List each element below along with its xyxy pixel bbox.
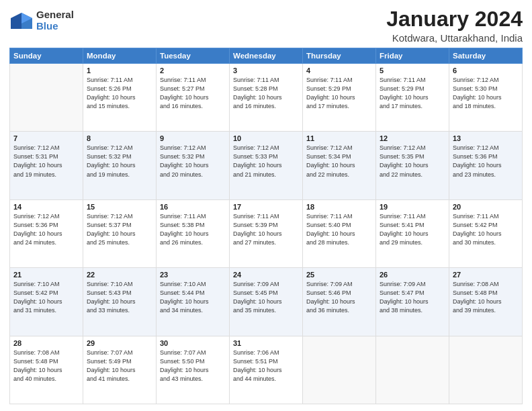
- cell-content: Sunrise: 7:11 AMSunset: 5:40 PMDaylight:…: [306, 212, 372, 247]
- day-number: 7: [13, 134, 79, 142]
- calendar-cell: 8Sunrise: 7:12 AMSunset: 5:32 PMDaylight…: [83, 132, 157, 199]
- title-block: January 2024 Kotdwara, Uttarakhand, Indi…: [386, 7, 523, 44]
- calendar-cell: 30Sunrise: 7:07 AMSunset: 5:50 PMDayligh…: [157, 336, 230, 404]
- calendar-cell: 16Sunrise: 7:11 AMSunset: 5:38 PMDayligh…: [157, 199, 230, 267]
- day-header-monday: Monday: [83, 48, 157, 64]
- header: General Blue January 2024 Kotdwara, Utta…: [9, 7, 523, 44]
- cell-content: Sunrise: 7:11 AMSunset: 5:29 PMDaylight:…: [306, 76, 372, 111]
- week-row-4: 21Sunrise: 7:10 AMSunset: 5:42 PMDayligh…: [10, 268, 523, 336]
- day-header-saturday: Saturday: [449, 48, 523, 64]
- cell-content: Sunrise: 7:12 AMSunset: 5:35 PMDaylight:…: [380, 144, 445, 179]
- day-number: 29: [87, 339, 152, 347]
- calendar-cell: 1Sunrise: 7:11 AMSunset: 5:26 PMDaylight…: [83, 64, 157, 132]
- calendar-cell: 26Sunrise: 7:09 AMSunset: 5:47 PMDayligh…: [376, 268, 449, 336]
- main-title: January 2024: [386, 7, 523, 32]
- day-number: 16: [160, 203, 226, 211]
- cell-content: Sunrise: 7:12 AMSunset: 5:32 PMDaylight:…: [160, 144, 226, 179]
- calendar-cell: 23Sunrise: 7:10 AMSunset: 5:44 PMDayligh…: [157, 268, 230, 336]
- cell-content: Sunrise: 7:12 AMSunset: 5:34 PMDaylight:…: [306, 144, 372, 179]
- calendar-cell: 5Sunrise: 7:11 AMSunset: 5:29 PMDaylight…: [376, 64, 449, 132]
- day-header-sunday: Sunday: [10, 48, 83, 64]
- logo-icon: [9, 11, 34, 30]
- day-number: 6: [453, 66, 519, 75]
- calendar-cell: 9Sunrise: 7:12 AMSunset: 5:32 PMDaylight…: [157, 132, 230, 199]
- day-number: 15: [87, 203, 152, 211]
- calendar-cell: 2Sunrise: 7:11 AMSunset: 5:27 PMDaylight…: [157, 64, 230, 132]
- cell-content: Sunrise: 7:12 AMSunset: 5:31 PMDaylight:…: [13, 144, 79, 179]
- calendar-cell: 28Sunrise: 7:08 AMSunset: 5:48 PMDayligh…: [10, 336, 83, 404]
- calendar-cell: 13Sunrise: 7:12 AMSunset: 5:36 PMDayligh…: [449, 132, 523, 199]
- day-number: 11: [306, 134, 372, 142]
- calendar-cell: 20Sunrise: 7:11 AMSunset: 5:42 PMDayligh…: [449, 199, 523, 267]
- day-number: 5: [380, 66, 445, 75]
- calendar-cell: 15Sunrise: 7:12 AMSunset: 5:37 PMDayligh…: [83, 199, 157, 267]
- calendar-table: SundayMondayTuesdayWednesdayThursdayFrid…: [9, 48, 523, 404]
- week-row-1: 1Sunrise: 7:11 AMSunset: 5:26 PMDaylight…: [10, 64, 523, 132]
- week-row-2: 7Sunrise: 7:12 AMSunset: 5:31 PMDaylight…: [10, 132, 523, 199]
- calendar-cell: 17Sunrise: 7:11 AMSunset: 5:39 PMDayligh…: [230, 199, 303, 267]
- day-number: 1: [87, 66, 152, 75]
- calendar-cell: [303, 336, 376, 404]
- day-header-friday: Friday: [376, 48, 449, 64]
- calendar-cell: 4Sunrise: 7:11 AMSunset: 5:29 PMDaylight…: [303, 64, 376, 132]
- day-number: 13: [453, 134, 519, 142]
- day-header-thursday: Thursday: [303, 48, 376, 64]
- day-number: 23: [160, 271, 226, 279]
- day-number: 30: [160, 339, 226, 347]
- day-number: 3: [233, 66, 299, 75]
- cell-content: Sunrise: 7:11 AMSunset: 5:38 PMDaylight:…: [160, 212, 226, 247]
- subtitle: Kotdwara, Uttarakhand, India: [386, 32, 523, 44]
- week-row-3: 14Sunrise: 7:12 AMSunset: 5:36 PMDayligh…: [10, 199, 523, 267]
- cell-content: Sunrise: 7:11 AMSunset: 5:41 PMDaylight:…: [380, 212, 445, 247]
- calendar-cell: 11Sunrise: 7:12 AMSunset: 5:34 PMDayligh…: [303, 132, 376, 199]
- cell-content: Sunrise: 7:06 AMSunset: 5:51 PMDaylight:…: [233, 349, 299, 383]
- cell-content: Sunrise: 7:12 AMSunset: 5:36 PMDaylight:…: [13, 212, 79, 247]
- calendar-cell: 19Sunrise: 7:11 AMSunset: 5:41 PMDayligh…: [376, 199, 449, 267]
- cell-content: Sunrise: 7:11 AMSunset: 5:28 PMDaylight:…: [233, 76, 299, 111]
- day-number: 9: [160, 134, 226, 142]
- cell-content: Sunrise: 7:12 AMSunset: 5:30 PMDaylight:…: [453, 76, 519, 111]
- day-number: 14: [13, 203, 79, 211]
- cell-content: Sunrise: 7:10 AMSunset: 5:44 PMDaylight:…: [160, 280, 226, 315]
- logo: General Blue: [9, 9, 74, 32]
- day-number: 31: [233, 339, 299, 347]
- cell-content: Sunrise: 7:09 AMSunset: 5:47 PMDaylight:…: [380, 280, 445, 315]
- calendar-cell: 22Sunrise: 7:10 AMSunset: 5:43 PMDayligh…: [83, 268, 157, 336]
- calendar-cell: 14Sunrise: 7:12 AMSunset: 5:36 PMDayligh…: [10, 199, 83, 267]
- calendar-cell: 6Sunrise: 7:12 AMSunset: 5:30 PMDaylight…: [449, 64, 523, 132]
- day-number: 27: [453, 271, 519, 279]
- cell-content: Sunrise: 7:08 AMSunset: 5:48 PMDaylight:…: [13, 349, 79, 383]
- cell-content: Sunrise: 7:10 AMSunset: 5:43 PMDaylight:…: [87, 280, 152, 315]
- calendar-cell: 25Sunrise: 7:09 AMSunset: 5:46 PMDayligh…: [303, 268, 376, 336]
- cell-content: Sunrise: 7:11 AMSunset: 5:29 PMDaylight:…: [380, 76, 445, 111]
- calendar-cell: 31Sunrise: 7:06 AMSunset: 5:51 PMDayligh…: [230, 336, 303, 404]
- calendar-cell: 24Sunrise: 7:09 AMSunset: 5:45 PMDayligh…: [230, 268, 303, 336]
- day-number: 25: [306, 271, 372, 279]
- logo-text: General Blue: [36, 9, 74, 32]
- calendar-cell: 18Sunrise: 7:11 AMSunset: 5:40 PMDayligh…: [303, 199, 376, 267]
- cell-content: Sunrise: 7:07 AMSunset: 5:50 PMDaylight:…: [160, 349, 226, 383]
- calendar-cell: [376, 336, 449, 404]
- day-number: 4: [306, 66, 372, 75]
- calendar-cell: 7Sunrise: 7:12 AMSunset: 5:31 PMDaylight…: [10, 132, 83, 199]
- cell-content: Sunrise: 7:11 AMSunset: 5:39 PMDaylight:…: [233, 212, 299, 247]
- calendar-cell: 3Sunrise: 7:11 AMSunset: 5:28 PMDaylight…: [230, 64, 303, 132]
- days-header-row: SundayMondayTuesdayWednesdayThursdayFrid…: [10, 48, 523, 64]
- calendar-cell: 21Sunrise: 7:10 AMSunset: 5:42 PMDayligh…: [10, 268, 83, 336]
- week-row-5: 28Sunrise: 7:08 AMSunset: 5:48 PMDayligh…: [10, 336, 523, 404]
- day-number: 17: [233, 203, 299, 211]
- logo-general-label: General: [36, 9, 74, 21]
- day-number: 22: [87, 271, 152, 279]
- day-number: 12: [380, 134, 445, 142]
- cell-content: Sunrise: 7:11 AMSunset: 5:42 PMDaylight:…: [453, 212, 519, 247]
- cell-content: Sunrise: 7:10 AMSunset: 5:42 PMDaylight:…: [13, 280, 79, 315]
- day-header-wednesday: Wednesday: [230, 48, 303, 64]
- day-number: 24: [233, 271, 299, 279]
- day-number: 28: [13, 339, 79, 347]
- page: General Blue January 2024 Kotdwara, Utta…: [0, 0, 532, 411]
- day-number: 21: [13, 271, 79, 279]
- cell-content: Sunrise: 7:11 AMSunset: 5:27 PMDaylight:…: [160, 76, 226, 111]
- cell-content: Sunrise: 7:12 AMSunset: 5:32 PMDaylight:…: [87, 144, 152, 179]
- cell-content: Sunrise: 7:12 AMSunset: 5:37 PMDaylight:…: [87, 212, 152, 247]
- day-header-tuesday: Tuesday: [157, 48, 230, 64]
